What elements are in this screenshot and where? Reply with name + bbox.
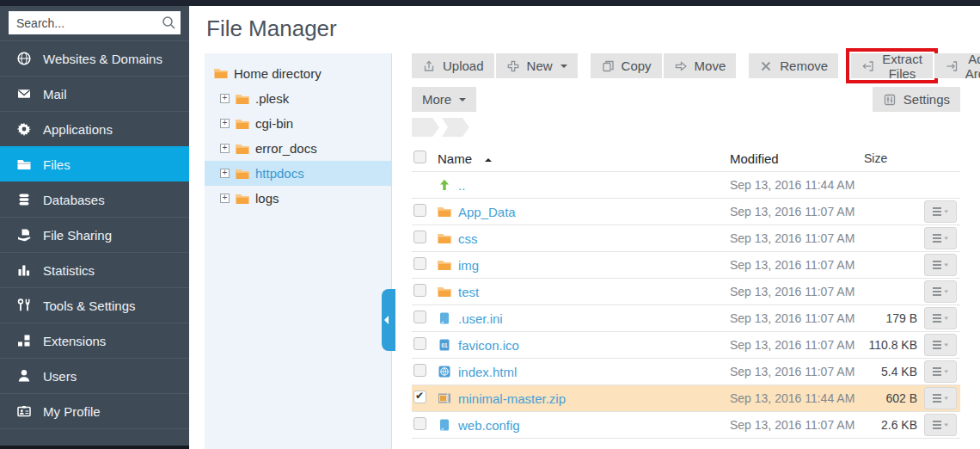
table-row-img: img Sep 13, 2016 11:07 AM <box>412 251 960 278</box>
row-checkbox[interactable] <box>413 257 426 270</box>
sidebar-item-extensions[interactable]: Extensions <box>0 323 189 358</box>
table-body: .. Sep 13, 2016 11:44 AM App_Data Sep 13… <box>412 171 960 438</box>
sidebar-item-my-profile[interactable]: My Profile <box>0 393 189 428</box>
expand-plus-icon[interactable] <box>220 119 230 128</box>
folder-icon <box>236 118 249 130</box>
sidebar-item-label: File Sharing <box>43 228 112 243</box>
tree-item-label: .plesk <box>255 91 289 106</box>
move-button[interactable]: Move <box>664 53 737 78</box>
expand-plus-icon[interactable] <box>220 94 230 103</box>
tree-item-home-directory[interactable]: Home directory <box>205 60 391 86</box>
row-actions-menu-button[interactable] <box>924 360 957 383</box>
settings-button-label: Settings <box>903 92 950 107</box>
modified-value: Sep 13, 2016 11:44 AM <box>716 178 862 192</box>
toolbar-row-2: More <box>412 87 476 112</box>
copy-button[interactable]: Copy <box>591 53 662 78</box>
modified-value: Sep 13, 2016 11:07 AM <box>716 365 862 378</box>
breadcrumb <box>412 118 472 137</box>
table-row-index-html: index.html Sep 13, 2016 11:07 AM 5.4 KB <box>412 358 960 384</box>
settings-button[interactable]: Settings <box>873 87 960 112</box>
move-icon <box>674 59 688 73</box>
size-value: 5.4 KB <box>862 365 922 378</box>
sidebar-item-applications[interactable]: Applications <box>0 111 189 146</box>
row-actions-menu-button[interactable] <box>924 334 957 356</box>
sidebar-item-label: Websites & Domains <box>43 52 162 66</box>
file-link-web-config[interactable]: web.config <box>458 418 520 433</box>
extract-files-button[interactable]: Extract Files <box>851 53 933 78</box>
column-header-modified[interactable]: Modified <box>716 151 862 166</box>
more-button[interactable]: More <box>412 87 476 112</box>
add-to-archive-button[interactable]: Add to Archive <box>934 53 980 78</box>
size-value: 179 B <box>862 311 922 325</box>
row-checkbox[interactable] <box>413 337 426 350</box>
row-checkbox[interactable] <box>413 231 426 243</box>
row-actions-menu-button[interactable] <box>924 254 957 276</box>
expand-plus-icon[interactable] <box>220 144 230 153</box>
table-row-favicon-ico: 01 favicon.ico Sep 13, 2016 11:07 AM 110… <box>412 331 960 358</box>
table-row-item: .. Sep 13, 2016 11:44 AM <box>412 171 960 198</box>
search-icon[interactable] <box>161 15 176 30</box>
share-icon <box>16 227 32 243</box>
sidebar-item-databases[interactable]: Databases <box>0 181 189 217</box>
row-actions-menu-button[interactable] <box>924 414 957 436</box>
sidebar-item-file-sharing[interactable]: File Sharing <box>0 217 189 252</box>
tree-item-cgi-bin[interactable]: cgi-bin <box>205 111 391 136</box>
breadcrumb-item-httpdocs[interactable] <box>442 118 469 137</box>
row-checkbox[interactable] <box>413 364 426 377</box>
row-checkbox[interactable] <box>413 391 426 403</box>
file-link-css[interactable]: css <box>458 231 478 246</box>
row-actions-menu-button[interactable] <box>924 307 957 329</box>
row-checkbox[interactable] <box>413 284 426 297</box>
table-row-user-ini: .user.ini Sep 13, 2016 11:07 AM 179 B <box>412 304 960 331</box>
sidebar-item-websites-domains[interactable]: Websites & Domains <box>0 40 189 76</box>
sidebar-item-users[interactable]: Users <box>0 358 189 393</box>
file-link-minimal-master-zip[interactable]: minimal-master.zip <box>458 391 566 406</box>
tree-collapse-handle[interactable] <box>382 289 395 351</box>
upload-icon <box>422 59 436 73</box>
chart-icon <box>16 262 32 278</box>
column-header-size[interactable]: Size <box>862 151 922 165</box>
folder-icon <box>236 93 249 105</box>
expand-plus-icon[interactable] <box>220 194 230 203</box>
top-window-strip <box>0 0 980 6</box>
file-link-favicon-ico[interactable]: favicon.ico <box>458 338 519 353</box>
row-checkbox[interactable] <box>413 204 426 217</box>
row-checkbox[interactable] <box>413 311 426 323</box>
tree-item-httpdocs[interactable]: httpdocs <box>205 161 391 186</box>
folder-icon <box>438 286 451 298</box>
copy-icon <box>601 59 615 73</box>
row-checkbox[interactable] <box>413 417 426 430</box>
folder-icon <box>236 193 249 205</box>
remove-button[interactable]: Remove <box>749 53 838 78</box>
breadcrumb-item-home-directory[interactable] <box>412 118 439 137</box>
toolbar-button-label: Copy <box>622 58 652 73</box>
tree-item-error-docs[interactable]: error_docs <box>205 136 391 161</box>
sidebar-item-files[interactable]: Files <box>0 146 189 181</box>
row-actions-menu-button[interactable] <box>924 200 957 223</box>
tools-icon <box>16 298 32 313</box>
new-button[interactable]: New <box>496 53 578 78</box>
sidebar-item-statistics[interactable]: Statistics <box>0 252 189 287</box>
column-header-name[interactable]: Name <box>438 151 472 166</box>
row-actions-menu-button[interactable] <box>924 280 957 303</box>
file-link-user-ini[interactable]: .user.ini <box>458 311 503 326</box>
file-link-index-html[interactable]: index.html <box>458 365 517 379</box>
row-actions-menu-button[interactable] <box>924 387 957 409</box>
file-link-test[interactable]: test <box>458 285 479 299</box>
expand-plus-icon[interactable] <box>220 169 230 178</box>
sidebar: Websites & Domains Mail Applications Fil… <box>0 6 189 449</box>
tree-item-logs[interactable]: logs <box>205 186 391 211</box>
row-actions-menu-button[interactable] <box>924 227 957 249</box>
file-link-app-data[interactable]: App_Data <box>458 205 516 219</box>
sidebar-item-mail[interactable]: Mail <box>0 76 189 111</box>
search-input[interactable] <box>9 11 181 34</box>
tree-item-plesk[interactable]: .plesk <box>205 86 391 111</box>
modified-value: Sep 13, 2016 11:07 AM <box>716 311 862 325</box>
file-link-item[interactable]: .. <box>458 178 465 193</box>
sidebar-item-tools-settings[interactable]: Tools & Settings <box>0 287 189 323</box>
select-all-checkbox[interactable] <box>413 151 426 163</box>
sidebar-divider <box>0 428 189 446</box>
file-link-img[interactable]: img <box>458 258 479 273</box>
toolbar-button-label: Upload <box>443 58 484 73</box>
upload-button[interactable]: Upload <box>412 53 494 78</box>
